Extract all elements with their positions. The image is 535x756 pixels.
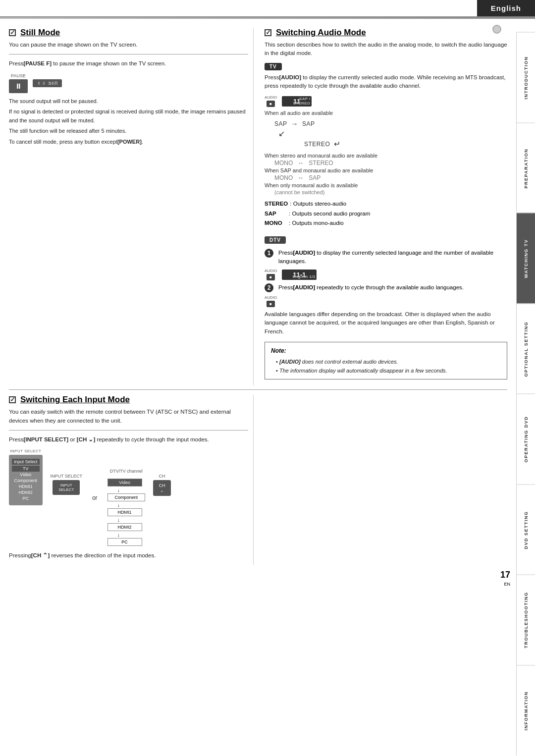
still-mode-title: Still Mode [9, 28, 248, 38]
input-checkbox-icon [9, 396, 16, 403]
still-mode-desc: You can pause the image shown on the TV … [9, 41, 248, 49]
menu-item-hdmi1: HDMI1 [12, 484, 40, 489]
output-sap: SAP : Outputs second audio program [265, 209, 507, 219]
channel-video: Video [107, 479, 142, 486]
output-mono: MONO : Outputs mono-audio [265, 218, 507, 228]
dtv-screen: 11-1 English 1/3 [282, 270, 317, 280]
main-content: Still Mode You can pause the image shown… [0, 19, 516, 565]
note-bullet-2: • The information display will automatic… [276, 367, 501, 376]
page-number: 17 [500, 570, 510, 580]
menu-item-pc: PC [12, 495, 40, 501]
channel-hdmi2: HDMI2 [107, 523, 142, 531]
audio-display-row: AUDIO ■ 11 SAP / STEREO [265, 95, 507, 107]
top-bar: English [0, 0, 535, 17]
input-mode-left: Switching Each Input Mode You can easily… [9, 395, 254, 565]
sidebar-optional: OPTIONAL SETTING [517, 304, 535, 394]
input-select-btn2[interactable]: INPUTSELECT [53, 480, 80, 495]
channel-label: DTV/TV channel [110, 469, 143, 474]
menu-title: Input Select [12, 459, 40, 465]
mono-stereo-row: MONO ↔ STEREO [274, 160, 497, 166]
pause-button-row: PAUSE ⏸ ⏸⏸ Still [9, 73, 248, 93]
still-label: ⏸⏸ Still [33, 79, 62, 87]
audio-btn-label: AUDIO [265, 95, 277, 100]
menu-item-video: Video [12, 472, 40, 478]
dtv-audio-btn-group2: AUDIO ■ [265, 295, 277, 307]
dtv-audio-label2: AUDIO [265, 295, 277, 300]
note-box: Note: • [AUDIO] does not control externa… [265, 342, 507, 379]
menu-item-hdmi2: HDMI2 [12, 489, 40, 495]
dtv-audio-label: AUDIO [265, 269, 277, 273]
audio-button[interactable]: ■ [267, 101, 275, 107]
dtv-audio-display: AUDIO ■ 11-1 English 1/3 [265, 269, 507, 280]
sap-cycle: SAP → SAP ↙ STEREO ↵ [274, 120, 497, 149]
still-mode-section: Still Mode You can pause the image shown… [9, 28, 254, 385]
dtv-audio-button2[interactable]: ■ [267, 301, 275, 307]
input-mode-title: Switching Each Input Mode [9, 395, 248, 405]
sap-row1: SAP → SAP [274, 120, 497, 128]
tv-badge: TV [265, 63, 282, 70]
stereo-row: STEREO ↵ [304, 139, 497, 149]
channel-component: Component [107, 493, 146, 501]
channel-pc: PC [107, 538, 142, 546]
reverse-note: Pressing[CH ⌃] reverses the direction of… [9, 551, 248, 560]
divider-still [9, 54, 248, 54]
ch-down-btn[interactable]: CH⌄ [153, 480, 171, 496]
note-bullet-1: • [AUDIO] does not control external audi… [276, 358, 501, 367]
dtv-step1: 1 Press[AUDIO] to display the currently … [265, 249, 507, 266]
switching-input-section: Switching Each Input Mode You can easily… [9, 389, 507, 565]
dtv-badge: DTV [265, 236, 286, 244]
when-mono-only: When only monaural audio is available [265, 182, 507, 188]
bottom-info: 17 EN [0, 570, 510, 602]
audio-mode-section: Switching Audio Mode This section descri… [263, 28, 507, 385]
audio-screen-wrapper: 11 SAP / STEREO [282, 96, 312, 107]
input-instruction: Press[INPUT SELECT] or [CH ⌄] repeatedly… [9, 435, 248, 444]
audio-screen: 11 SAP / STEREO [282, 96, 312, 107]
right-sidebar: INTRODUCTION PREPARATION WATCHING TV OPT… [516, 32, 535, 756]
sidebar-prep: PREPARATION [517, 123, 535, 214]
dtv-audio-button[interactable]: ■ [267, 274, 275, 280]
sidebar-intro: INTRODUCTION [517, 32, 535, 123]
dtv-audio-btn-group: AUDIO ■ [265, 269, 277, 280]
output-list: STEREO : Outputs stereo-audio SAP : Outp… [265, 199, 507, 228]
circle-accent [492, 25, 501, 34]
sidebar-watching: WATCHING TV [517, 213, 535, 304]
still-instruction: Press[PAUSE F] to pause the image shown … [9, 59, 248, 68]
menu-item-tv: TV [12, 466, 40, 472]
audio-btn-group: AUDIO ■ [265, 95, 277, 107]
input-mode-desc: You can easily switch with the remote co… [9, 408, 248, 425]
mono-sap-row: MONO ↔ SAP [274, 174, 497, 181]
audio-mode-title: Switching Audio Mode [265, 28, 507, 38]
input-mode-right [263, 395, 507, 565]
input-diagram: INPUT SELECT Input Select TV Video Compo… [9, 449, 248, 546]
language-tab: English [477, 0, 535, 16]
or-label: or [92, 494, 98, 501]
dtv-audio-display2: AUDIO ■ [265, 295, 507, 307]
channel-diagram: Video ↓ Component ↓ HDMI1 ↓ HDMI2 ↓ PC [107, 478, 146, 546]
when-sap-mono: When SAP and monaural audio are availabl… [265, 167, 507, 173]
sidebar-dvdset: DVD SETTING [517, 485, 535, 575]
sidebar-opdvd: OPERATING DVD [517, 394, 535, 485]
still-notes: The sound output will not be paused. If … [9, 97, 248, 147]
when-all-available: When all audio are available [265, 110, 507, 116]
dtv-screen-wrapper: 11-1 English 1/3 [282, 270, 317, 280]
cannot-switched: (cannot be switched) [274, 189, 497, 195]
checkbox-icon [9, 29, 16, 36]
audio-checkbox-icon [265, 29, 271, 36]
sidebar-trouble: TROUBLESHOOTING [517, 575, 535, 665]
menu-item-component: Component [12, 478, 40, 484]
pause-label: PAUSE [11, 73, 26, 78]
audio-mode-desc: This section describes how to switch the… [265, 41, 507, 58]
pause-btn: ⏸ [9, 79, 28, 93]
input-select-btn[interactable]: Input Select TV Video Component HDMI1 HD… [9, 455, 43, 505]
channel-hdmi1: HDMI1 [107, 508, 142, 516]
divider-input [9, 430, 248, 431]
tv-instruction: Press[AUDIO] to display the currently se… [265, 73, 507, 91]
input-select-col: INPUT SELECT Input Select TV Video Compo… [9, 449, 43, 505]
note-title: Note: [271, 346, 501, 356]
output-stereo: STEREO : Outputs stereo-audio [265, 199, 507, 209]
dtv-step2: 2 Press[AUDIO] repeatedly to cycle throu… [265, 283, 507, 292]
en-label: EN [504, 582, 510, 587]
available-note: Available languages differ depending on … [265, 310, 507, 336]
pause-button-group: PAUSE ⏸ [9, 73, 28, 93]
sidebar-info: INFORMATION [517, 665, 535, 756]
